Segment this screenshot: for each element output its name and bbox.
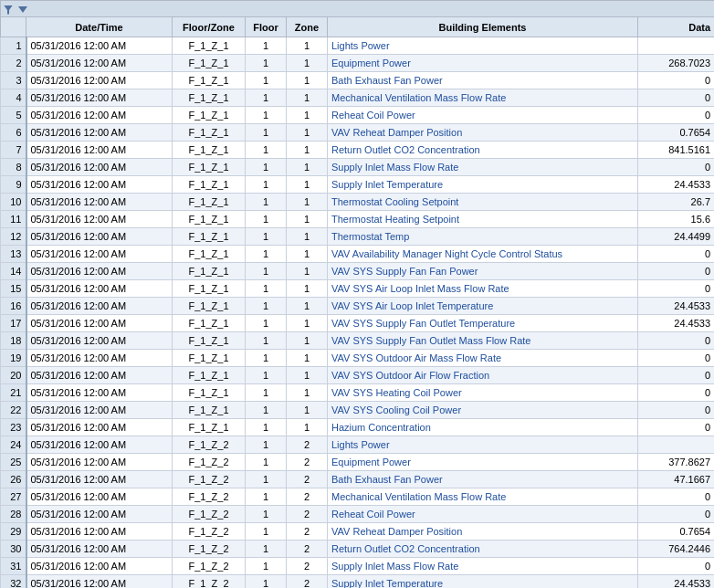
- filter-row-header[interactable]: [1, 1, 715, 17]
- col-header-datetime[interactable]: Date/Time: [26, 17, 173, 37]
- table-row[interactable]: 2205/31/2016 12:00 AMF_1_Z_111VAV SYS Co…: [1, 402, 715, 419]
- table-row[interactable]: 3205/31/2016 12:00 AMF_1_Z_212Supply Inl…: [1, 575, 715, 589]
- cell-floorzone: F_1_Z_1: [173, 107, 246, 124]
- cell-datetime: 05/31/2016 12:00 AM: [26, 280, 173, 298]
- table-row[interactable]: 2405/31/2016 12:00 AMF_1_Z_212Lights Pow…: [1, 436, 715, 454]
- row-number: 16: [1, 298, 26, 315]
- table-row[interactable]: 505/31/2016 12:00 AMF_1_Z_111Reheat Coil…: [1, 107, 715, 124]
- table-row[interactable]: 2805/31/2016 12:00 AMF_1_Z_212Reheat Coi…: [1, 506, 715, 523]
- cell-building-element: Supply Inlet Mass Flow Rate: [328, 558, 638, 575]
- row-number: 30: [1, 541, 26, 558]
- cell-floorzone: F_1_Z_1: [173, 315, 246, 332]
- cell-floor: 1: [246, 384, 287, 402]
- cell-floor: 1: [246, 194, 287, 211]
- cell-data: 26.7: [638, 194, 715, 211]
- table-row[interactable]: 1505/31/2016 12:00 AMF_1_Z_111VAV SYS Ai…: [1, 280, 715, 298]
- table-row[interactable]: 605/31/2016 12:00 AMF_1_Z_111VAV Reheat …: [1, 124, 715, 142]
- cell-floorzone: F_1_Z_2: [173, 523, 246, 541]
- cell-datetime: 05/31/2016 12:00 AM: [26, 107, 173, 124]
- cell-floorzone: F_1_Z_1: [173, 228, 246, 246]
- row-number: 15: [1, 280, 26, 298]
- cell-building-element: Supply Inlet Temperature: [328, 575, 638, 589]
- cell-datetime: 05/31/2016 12:00 AM: [26, 55, 173, 72]
- cell-floorzone: F_1_Z_1: [173, 367, 246, 384]
- cell-data: 0: [638, 402, 715, 419]
- table-row[interactable]: 105/31/2016 12:00 AMF_1_Z_111Lights Powe…: [1, 37, 715, 55]
- cell-data: 0: [638, 159, 715, 176]
- col-header-data[interactable]: Data: [638, 17, 715, 37]
- table-row[interactable]: 205/31/2016 12:00 AMF_1_Z_111Equipment P…: [1, 55, 715, 72]
- col-header-floorzone[interactable]: Floor/Zone: [173, 17, 246, 37]
- row-number: 24: [1, 436, 26, 454]
- table-row[interactable]: 1105/31/2016 12:00 AMF_1_Z_111Thermostat…: [1, 211, 715, 228]
- table-row[interactable]: 1205/31/2016 12:00 AMF_1_Z_111Thermostat…: [1, 228, 715, 246]
- cell-zone: 2: [287, 436, 328, 454]
- cell-floorzone: F_1_Z_1: [173, 142, 246, 159]
- cell-floorzone: F_1_Z_2: [173, 575, 246, 589]
- row-number: 4: [1, 89, 26, 107]
- cell-floor: 1: [246, 263, 287, 280]
- row-number: 21: [1, 384, 26, 402]
- row-number: 18: [1, 332, 26, 350]
- table-row[interactable]: 405/31/2016 12:00 AMF_1_Z_111Mechanical …: [1, 89, 715, 107]
- cell-zone: 2: [287, 471, 328, 488]
- cell-floorzone: F_1_Z_2: [173, 488, 246, 506]
- cell-floor: 1: [246, 402, 287, 419]
- table-row[interactable]: 2005/31/2016 12:00 AMF_1_Z_111VAV SYS Ou…: [1, 367, 715, 384]
- cell-floor: 1: [246, 332, 287, 350]
- cell-data: 0: [638, 89, 715, 107]
- row-number: 19: [1, 350, 26, 367]
- cell-zone: 1: [287, 159, 328, 176]
- cell-floor: 1: [246, 211, 287, 228]
- table-row[interactable]: 1905/31/2016 12:00 AMF_1_Z_111VAV SYS Ou…: [1, 350, 715, 367]
- cell-datetime: 05/31/2016 12:00 AM: [26, 350, 173, 367]
- table-row[interactable]: 2605/31/2016 12:00 AMF_1_Z_212Bath Exhau…: [1, 471, 715, 488]
- cell-data: 0: [638, 280, 715, 298]
- cell-datetime: 05/31/2016 12:00 AM: [26, 246, 173, 263]
- cell-building-element: VAV SYS Supply Fan Outlet Temperature: [328, 315, 638, 332]
- cell-datetime: 05/31/2016 12:00 AM: [26, 367, 173, 384]
- cell-data: 0: [638, 488, 715, 506]
- table-row[interactable]: 2105/31/2016 12:00 AMF_1_Z_111VAV SYS He…: [1, 384, 715, 402]
- table-row[interactable]: 3105/31/2016 12:00 AMF_1_Z_212Supply Inl…: [1, 558, 715, 575]
- table-row[interactable]: 1305/31/2016 12:00 AMF_1_Z_111VAV Availa…: [1, 246, 715, 263]
- col-header-zone[interactable]: Zone: [287, 17, 328, 37]
- cell-building-element: Lights Power: [328, 436, 638, 454]
- table-row[interactable]: 2705/31/2016 12:00 AMF_1_Z_212Mechanical…: [1, 488, 715, 506]
- col-header-floor[interactable]: Floor: [246, 17, 287, 37]
- col-header-rownum: [1, 17, 26, 37]
- cell-building-element: Mechanical Ventilation Mass Flow Rate: [328, 89, 638, 107]
- row-number: 29: [1, 523, 26, 541]
- cell-floorzone: F_1_Z_2: [173, 471, 246, 488]
- table-row[interactable]: 305/31/2016 12:00 AMF_1_Z_111Bath Exhaus…: [1, 72, 715, 89]
- table-row[interactable]: 3005/31/2016 12:00 AMF_1_Z_212Return Out…: [1, 541, 715, 558]
- table-row[interactable]: 705/31/2016 12:00 AMF_1_Z_111Return Outl…: [1, 142, 715, 159]
- table-row[interactable]: 905/31/2016 12:00 AMF_1_Z_111Supply Inle…: [1, 176, 715, 194]
- table-row[interactable]: 805/31/2016 12:00 AMF_1_Z_111Supply Inle…: [1, 159, 715, 176]
- cell-zone: 1: [287, 211, 328, 228]
- table-row[interactable]: 2505/31/2016 12:00 AMF_1_Z_212Equipment …: [1, 454, 715, 471]
- table-row[interactable]: 1805/31/2016 12:00 AMF_1_Z_111VAV SYS Su…: [1, 332, 715, 350]
- table-row[interactable]: 1705/31/2016 12:00 AMF_1_Z_111VAV SYS Su…: [1, 315, 715, 332]
- data-table: Date/Time Floor/Zone Floor Zone Building…: [0, 0, 714, 588]
- cell-floor: 1: [246, 298, 287, 315]
- row-number: 28: [1, 506, 26, 523]
- col-header-buildingelements[interactable]: Building Elements: [328, 17, 638, 37]
- cell-floor: 1: [246, 488, 287, 506]
- row-number: 8: [1, 159, 26, 176]
- cell-floorzone: F_1_Z_1: [173, 159, 246, 176]
- cell-building-element: VAV Reheat Damper Position: [328, 124, 638, 142]
- table-row[interactable]: 2905/31/2016 12:00 AMF_1_Z_212VAV Reheat…: [1, 523, 715, 541]
- table-row[interactable]: 1605/31/2016 12:00 AMF_1_Z_111VAV SYS Ai…: [1, 298, 715, 315]
- table-row[interactable]: 1405/31/2016 12:00 AMF_1_Z_111VAV SYS Su…: [1, 263, 715, 280]
- cell-building-element: VAV SYS Outdoor Air Mass Flow Rate: [328, 350, 638, 367]
- cell-floor: 1: [246, 159, 287, 176]
- cell-floor: 1: [246, 367, 287, 384]
- row-number: 9: [1, 176, 26, 194]
- sort-icon: [18, 6, 27, 13]
- cell-data: 0: [638, 332, 715, 350]
- cell-floorzone: F_1_Z_1: [173, 350, 246, 367]
- table-row[interactable]: 1005/31/2016 12:00 AMF_1_Z_111Thermostat…: [1, 194, 715, 211]
- table-row[interactable]: 2305/31/2016 12:00 AMF_1_Z_111Hazium Con…: [1, 419, 715, 436]
- cell-building-element: VAV Availability Manager Night Cycle Con…: [328, 246, 638, 263]
